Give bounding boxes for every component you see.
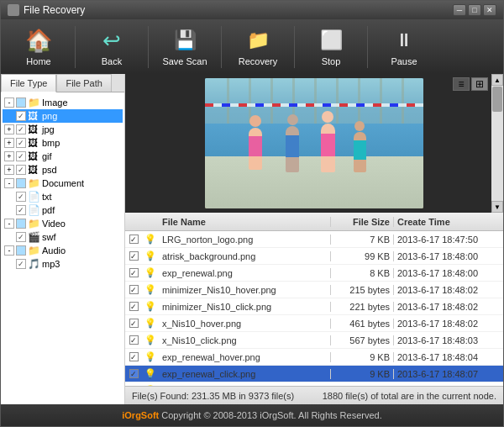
window-title: File Recovery: [24, 4, 453, 16]
label-png: png: [42, 111, 57, 121]
file-row-check[interactable]: [125, 319, 142, 328]
tree-item-gif[interactable]: + 🖼 gif: [3, 150, 123, 163]
file-row-size: 461 bytes: [331, 319, 394, 329]
close-button[interactable]: ✕: [483, 4, 496, 16]
file-row[interactable]: 💡 exp_renewal.png 8 KB 2013-6-17 18:48:0…: [125, 265, 503, 282]
grid-view-button[interactable]: ⊞: [471, 77, 488, 91]
tree-item-pdf[interactable]: 📄 pdf: [3, 203, 123, 217]
status-node-text: 1880 file(s) of total are in the current…: [323, 391, 496, 401]
file-type-tree[interactable]: - 📁 Image 🖼 png + 🖼 jpg: [1, 92, 124, 404]
back-icon: [98, 27, 125, 54]
file-row-check[interactable]: [125, 352, 142, 361]
tab-filepath[interactable]: File Path: [56, 74, 111, 92]
toolbar: Home Back Save Scan Recovery Stop Pause: [1, 19, 503, 74]
expand-gif[interactable]: +: [4, 151, 14, 161]
file-row[interactable]: 💡 minimizer_Nis10_click.png 221 bytes 20…: [125, 298, 503, 315]
file-row-check[interactable]: [125, 285, 142, 294]
file-row-name: minimizer_Nis10_hover.png: [159, 285, 331, 295]
preview-scrollbar[interactable]: ▲ ▼: [491, 74, 503, 213]
tree-item-png[interactable]: 🖼 png: [3, 109, 123, 123]
preview-image: [205, 78, 423, 208]
file-row[interactable]: 💡 atrisk_background.png 99 KB 2013-6-17 …: [125, 248, 503, 265]
tree-item-image[interactable]: - 📁 Image: [3, 96, 123, 109]
left-panel: File Type File Path - 📁 Image: [1, 74, 125, 404]
file-row-check[interactable]: [125, 302, 142, 311]
file-row-name: x_Nis10_click.png: [159, 335, 331, 345]
minimize-button[interactable]: ─: [453, 4, 466, 16]
scroll-down-button[interactable]: ▼: [491, 201, 503, 213]
tree-item-jpg[interactable]: + 🖼 jpg: [3, 123, 123, 136]
expand-document[interactable]: -: [4, 178, 14, 188]
pause-button[interactable]: Pause: [375, 24, 433, 71]
expand-image[interactable]: -: [4, 98, 14, 108]
file-row[interactable]: 💡 minimizer_Nis10_hover.png 215 bytes 20…: [125, 282, 503, 298]
header-date-col[interactable]: Create Time: [394, 217, 503, 227]
list-view-button[interactable]: ≡: [453, 77, 470, 91]
file-row-selected[interactable]: 💡 exp_renewal_click.png 9 KB 2013-6-17 1…: [125, 366, 503, 382]
file-row-icon: 💡: [142, 335, 159, 345]
file-row-check[interactable]: [125, 369, 142, 378]
file-row-name: exp_renewal_click.png: [159, 369, 331, 379]
label-pdf: pdf: [42, 205, 55, 215]
check-swf[interactable]: [16, 232, 26, 242]
file-row[interactable]: 💡 LRG_norton_logo.png 7 KB 2013-6-17 18:…: [125, 231, 503, 248]
home-button[interactable]: Home: [9, 24, 68, 71]
check-txt[interactable]: [16, 192, 26, 202]
file-row-check[interactable]: [125, 251, 142, 261]
file-row[interactable]: 💡 exp_renewal_hover.png 9 KB 2013-6-17 1…: [125, 349, 503, 366]
recovery-icon: [244, 27, 271, 54]
check-mp3[interactable]: [16, 259, 26, 269]
scroll-up-button[interactable]: ▲: [491, 74, 503, 86]
check-pdf[interactable]: [16, 205, 26, 215]
tree-item-video[interactable]: - 📁 Video: [3, 217, 123, 230]
expand-audio[interactable]: -: [4, 245, 14, 256]
tree-item-mp3[interactable]: 🎵 mp3: [3, 257, 123, 271]
file-row-size: 567 bytes: [331, 335, 394, 345]
tree-item-swf[interactable]: 🎬 swf: [3, 230, 123, 244]
header-name-col[interactable]: File Name: [159, 217, 331, 227]
file-icon-txt: 📄: [28, 191, 39, 203]
tree-item-psd[interactable]: + 🖼 psd: [3, 163, 123, 177]
file-row-check[interactable]: [125, 335, 142, 345]
check-jpg[interactable]: [16, 124, 26, 134]
check-psd[interactable]: [16, 165, 26, 175]
back-button[interactable]: Back: [82, 24, 141, 71]
folder-icon-video: 📁: [28, 218, 39, 229]
scroll-thumb[interactable]: [492, 87, 502, 112]
file-icon-bmp: 🖼: [28, 137, 39, 149]
tree-item-audio[interactable]: - 📁 Audio: [3, 244, 123, 257]
savescan-button[interactable]: Save Scan: [155, 24, 214, 71]
stop-button[interactable]: Stop: [302, 24, 360, 71]
check-audio[interactable]: [16, 245, 26, 256]
check-bmp[interactable]: [16, 138, 26, 148]
tab-filetype[interactable]: File Type: [1, 74, 56, 92]
expand-bmp[interactable]: +: [4, 138, 14, 148]
file-row-icon: 💡: [142, 250, 159, 261]
check-gif[interactable]: [16, 151, 26, 161]
tree-item-txt[interactable]: 📄 txt: [3, 190, 123, 203]
check-image[interactable]: [16, 98, 26, 108]
file-row-date: 2013-6-17 18:48:02: [394, 302, 503, 312]
header-size-col[interactable]: File Size: [331, 217, 394, 227]
tree-item-document[interactable]: - 📁 Document: [3, 177, 123, 190]
file-icon-mp3: 🎵: [28, 258, 39, 270]
recovery-button[interactable]: Recovery: [228, 24, 287, 71]
expand-psd[interactable]: +: [4, 165, 14, 175]
tree-item-bmp[interactable]: + 🖼 bmp: [3, 136, 123, 150]
file-row[interactable]: 💡 x_Nis10_click.png 567 bytes 2013-6-17 …: [125, 332, 503, 349]
file-row-icon: 💡: [142, 351, 159, 362]
label-audio: Audio: [42, 245, 66, 256]
label-image: Image: [42, 98, 68, 108]
expand-jpg[interactable]: +: [4, 124, 14, 134]
status-text: File(s) Found: 231.35 MB in 9373 file(s): [132, 391, 294, 401]
check-document[interactable]: [16, 178, 26, 188]
maximize-button[interactable]: □: [468, 4, 481, 16]
file-row-check[interactable]: [125, 235, 142, 244]
file-row-check[interactable]: [125, 268, 142, 277]
check-png[interactable]: [16, 111, 26, 121]
label-bmp: bmp: [42, 138, 60, 148]
file-icon-psd: 🖼: [28, 164, 39, 176]
check-video[interactable]: [16, 219, 26, 229]
file-row[interactable]: 💡 x_Nis10_hover.png 461 bytes 2013-6-17 …: [125, 315, 503, 332]
expand-video[interactable]: -: [4, 219, 14, 229]
